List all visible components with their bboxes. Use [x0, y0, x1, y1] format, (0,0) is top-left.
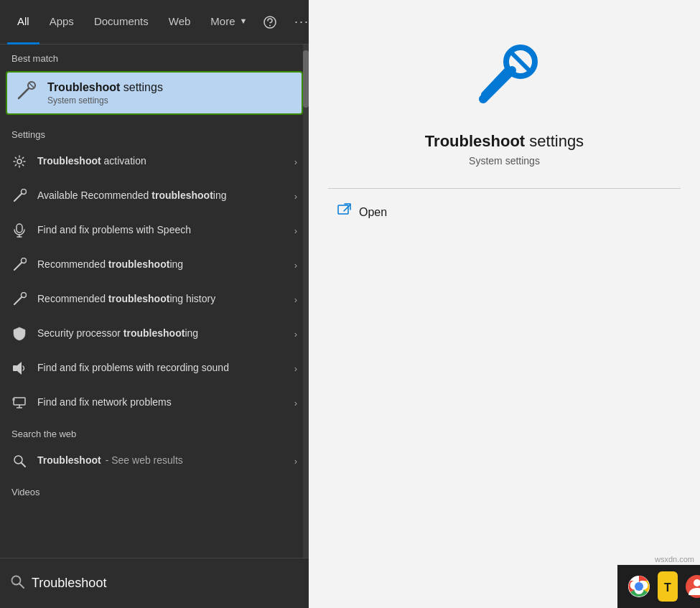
svg-point-8: [22, 258, 27, 263]
chevron-down-icon: ▼: [240, 17, 248, 25]
wrench-icon: [16, 80, 37, 106]
recommended-history-text: Recommended troubleshooting history: [37, 292, 284, 307]
svg-point-17: [12, 576, 21, 585]
chevron-right-icon-7: ›: [294, 363, 297, 374]
best-match-subtitle: System settings: [47, 95, 293, 106]
scroll-track: [303, 45, 309, 558]
tab-web[interactable]: Web: [159, 0, 201, 45]
detail-icon: [469, 43, 541, 118]
svg-rect-11: [14, 398, 25, 405]
tab-all[interactable]: All: [7, 0, 39, 45]
tab-apps[interactable]: Apps: [39, 0, 84, 45]
taskbar-chrome[interactable]: [627, 571, 650, 602]
microphone-icon: [11, 223, 27, 238]
tab-more[interactable]: More ▼: [200, 0, 257, 45]
svg-rect-10: [13, 365, 17, 371]
list-item-speech[interactable]: Find and fix problems with Speech ›: [0, 213, 309, 248]
svg-rect-14: [12, 398, 15, 401]
results-list: Best match Troubleshoot settings System …: [0, 45, 309, 608]
detail-panel: Troubleshoot settings System settings Op…: [309, 0, 700, 608]
svg-line-16: [22, 463, 25, 467]
security-processor-text: Security processor troubleshooting: [37, 327, 284, 341]
shield-icon: [11, 327, 27, 341]
search-bar: Troubleshoot: [0, 558, 309, 608]
settings-section-label: Settings: [0, 121, 309, 144]
wrench-icon-3: [11, 292, 27, 307]
chevron-right-icon-5: ›: [294, 294, 297, 305]
speech-text: Find and fix problems with Speech: [37, 223, 284, 238]
recording-sound-text: Find and fix problems with recording sou…: [37, 361, 284, 375]
svg-point-4: [22, 190, 27, 195]
list-item-security-processor[interactable]: Security processor troubleshooting ›: [0, 317, 309, 351]
list-item-recommended-history[interactable]: Recommended troubleshooting history ›: [0, 282, 309, 317]
svg-rect-20: [338, 205, 348, 214]
nav-tabs: All Apps Documents Web More ▼: [0, 0, 309, 45]
best-match-label: Best match: [0, 45, 309, 68]
chevron-right-icon: ›: [294, 156, 297, 167]
tab-documents[interactable]: Documents: [84, 0, 159, 45]
best-match-text: Troubleshoot settings System settings: [47, 81, 293, 106]
web-search-text: Troubleshoot - See web results: [37, 454, 284, 468]
svg-point-9: [22, 293, 27, 298]
chevron-right-icon-9: ›: [294, 456, 297, 467]
videos-section-label: Videos: [0, 478, 309, 502]
svg-text:T: T: [664, 581, 671, 594]
search-input-value[interactable]: Troubleshoot: [32, 576, 106, 591]
gear-icon: [11, 154, 27, 169]
svg-line-18: [20, 584, 24, 589]
scroll-thumb[interactable]: [303, 50, 309, 108]
recommended-text: Recommended troubleshooting: [37, 258, 284, 272]
taskbar: T: [617, 565, 700, 608]
nav-icon-group: ···: [257, 9, 314, 35]
chevron-right-icon-3: ›: [294, 225, 297, 236]
detail-subtitle: System settings: [469, 155, 540, 167]
search-list-icon: [11, 454, 27, 467]
web-section-label: Search the web: [0, 420, 309, 444]
speaker-icon: [11, 361, 27, 375]
watermark: wsxdn.com: [655, 555, 694, 563]
chevron-right-icon-4: ›: [294, 260, 297, 271]
svg-rect-5: [17, 224, 22, 233]
svg-point-1: [269, 24, 271, 26]
detail-title: Troubleshoot settings: [425, 132, 584, 151]
network-icon: [11, 396, 27, 409]
feedback-icon[interactable]: [257, 9, 283, 35]
svg-point-3: [17, 159, 22, 164]
open-icon: [337, 203, 352, 221]
list-item-available-recommended[interactable]: Available Recommended troubleshooting ›: [0, 179, 309, 213]
list-item-web-search[interactable]: Troubleshoot - See web results ›: [0, 444, 309, 478]
chevron-right-icon-8: ›: [294, 398, 297, 408]
activation-text: Troubleshoot activation: [37, 154, 284, 169]
wrench-small-icon: [11, 189, 27, 203]
chevron-right-icon-2: ›: [294, 191, 297, 202]
best-match-title: Troubleshoot settings: [47, 81, 293, 94]
search-icon: [10, 574, 24, 592]
list-item-activation[interactable]: Troubleshoot activation ›: [0, 144, 309, 179]
list-item-network[interactable]: Find and fix network problems ›: [0, 385, 309, 420]
svg-point-22: [635, 582, 643, 591]
taskbar-toptal[interactable]: T: [658, 571, 678, 602]
open-button[interactable]: Open: [337, 203, 387, 221]
list-item-recording-sound[interactable]: Find and fix problems with recording sou…: [0, 351, 309, 385]
best-match-item[interactable]: Troubleshoot settings System settings: [6, 71, 303, 115]
wrench-icon-2: [11, 258, 27, 272]
available-recommended-text: Available Recommended troubleshooting: [37, 189, 284, 203]
list-item-recommended[interactable]: Recommended troubleshooting ›: [0, 248, 309, 282]
detail-divider: [328, 188, 681, 189]
taskbar-person[interactable]: [685, 571, 700, 602]
chevron-right-icon-6: ›: [294, 329, 297, 340]
network-text: Find and fix network problems: [37, 396, 284, 410]
open-label: Open: [359, 206, 387, 219]
